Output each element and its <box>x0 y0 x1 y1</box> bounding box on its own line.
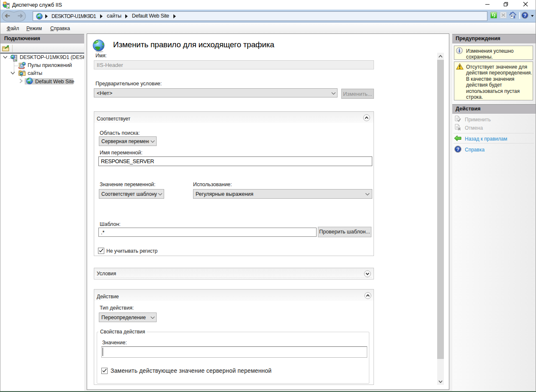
svg-text:?: ? <box>523 13 526 18</box>
svg-text:?: ? <box>456 147 459 152</box>
